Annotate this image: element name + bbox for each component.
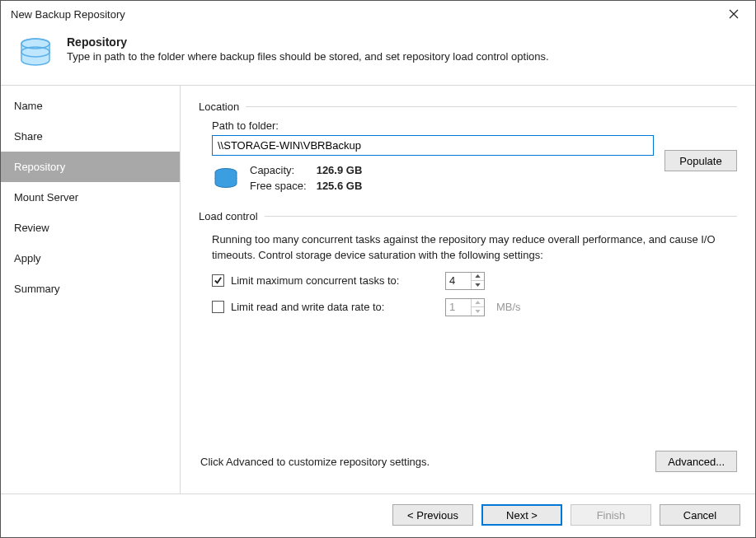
sidebar: Name Share Repository Mount Server Revie… — [1, 86, 181, 494]
path-label: Path to folder: — [212, 119, 735, 132]
populate-button[interactable]: Populate — [664, 150, 737, 171]
chevron-down-icon — [475, 283, 481, 287]
close-button[interactable] — [717, 2, 750, 26]
repository-icon — [16, 34, 55, 73]
body: Name Share Repository Mount Server Revie… — [1, 86, 755, 494]
chevron-down-icon — [475, 310, 481, 313]
sidebar-item-repository[interactable]: Repository — [1, 152, 180, 182]
free-space-label: Free space: — [250, 180, 307, 192]
limit-tasks-label: Limit maximum concurrent tasks to: — [231, 274, 439, 287]
load-control-description: Running too many concurrent tasks agains… — [212, 232, 735, 264]
header-text: Repository Type in path to the folder wh… — [67, 34, 549, 63]
header: Repository Type in path to the folder wh… — [1, 27, 755, 86]
sidebar-item-mount-server[interactable]: Mount Server — [1, 182, 180, 213]
page-subtitle: Type in path to the folder where backup … — [67, 50, 549, 63]
storage-stats: Capacity: 126.9 GB Free space: 125.6 GB — [250, 164, 362, 192]
load-control-group: Load control Running too many concurrent… — [199, 210, 737, 330]
spinner-up — [472, 299, 484, 308]
limit-tasks-checkbox[interactable] — [212, 274, 224, 287]
previous-button[interactable]: < Previous — [392, 504, 473, 526]
chevron-up-icon — [475, 274, 481, 278]
capacity-value: 126.9 GB — [317, 164, 363, 176]
limit-rate-row: Limit read and write data rate to: MB/s — [212, 298, 735, 316]
sidebar-item-name[interactable]: Name — [1, 91, 180, 121]
advanced-button[interactable]: Advanced... — [655, 451, 737, 472]
sidebar-item-summary[interactable]: Summary — [1, 274, 180, 304]
load-control-legend: Load control — [199, 210, 265, 222]
limit-rate-spinner — [445, 298, 485, 316]
spinner-down — [472, 307, 484, 316]
sidebar-item-apply[interactable]: Apply — [1, 243, 180, 274]
rate-unit: MB/s — [496, 301, 521, 313]
disk-icon — [212, 166, 240, 194]
close-icon — [729, 9, 739, 19]
spinner-down[interactable] — [472, 281, 484, 289]
checkmark-icon — [214, 276, 223, 285]
limit-rate-checkbox[interactable] — [212, 301, 224, 313]
finish-button: Finish — [571, 504, 651, 526]
page-title: Repository — [67, 35, 549, 49]
location-legend: Location — [199, 101, 246, 113]
free-space-value: 125.6 GB — [317, 180, 363, 192]
footer: < Previous Next > Finish Cancel — [1, 494, 755, 537]
capacity-label: Capacity: — [250, 164, 307, 176]
storage-row: Capacity: 126.9 GB Free space: 125.6 GB — [212, 164, 735, 194]
sidebar-item-review[interactable]: Review — [1, 213, 180, 243]
next-button[interactable]: Next > — [481, 504, 562, 526]
limit-tasks-spinner[interactable] — [445, 272, 485, 290]
location-group: Location Path to folder: Capacity: 126.9… — [199, 101, 737, 199]
content: Location Path to folder: Capacity: 126.9… — [181, 86, 755, 494]
spinner-up[interactable] — [472, 273, 484, 282]
limit-tasks-value[interactable] — [446, 273, 471, 289]
path-input[interactable] — [212, 135, 654, 156]
limit-rate-label: Limit read and write data rate to: — [231, 301, 439, 313]
window-title: New Backup Repository — [11, 8, 717, 21]
sidebar-item-share[interactable]: Share — [1, 121, 180, 152]
advanced-hint-text: Click Advanced to customize repository s… — [200, 456, 655, 468]
limit-rate-value — [446, 299, 471, 316]
dialog-window: New Backup Repository Repository Type in… — [0, 0, 756, 538]
cancel-button[interactable]: Cancel — [660, 504, 740, 526]
limit-tasks-row: Limit maximum concurrent tasks to: — [212, 272, 735, 290]
titlebar: New Backup Repository — [1, 1, 755, 27]
chevron-up-icon — [475, 301, 481, 304]
advanced-hint-row: Click Advanced to customize repository s… — [199, 444, 737, 485]
